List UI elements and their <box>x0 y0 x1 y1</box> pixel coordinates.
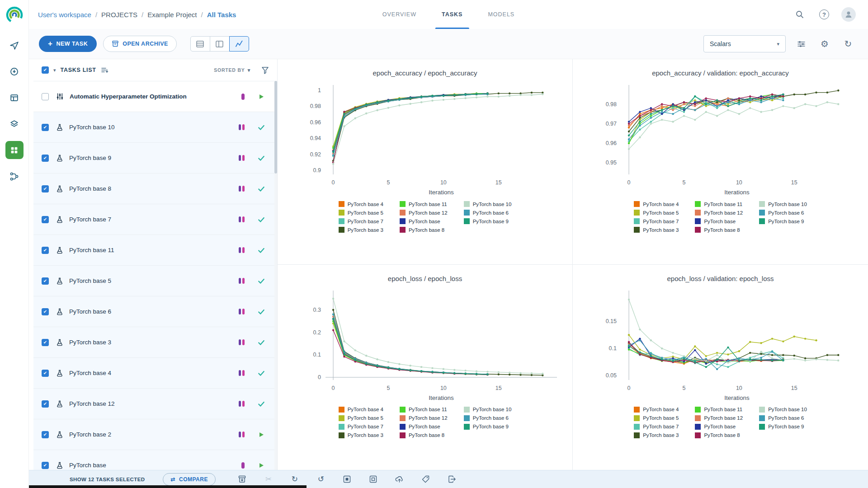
breadcrumb-projects[interactable]: PROJECTS <box>101 11 137 19</box>
legend-item[interactable]: PyTorch base 10 <box>759 201 807 207</box>
nav-projects[interactable] <box>5 141 24 159</box>
archive-action-button[interactable] <box>237 474 247 484</box>
clone-action-button[interactable]: ↻ <box>290 474 300 484</box>
publish-action-button[interactable] <box>395 474 405 484</box>
breadcrumb-current[interactable]: All Tasks <box>207 11 236 19</box>
legend-item[interactable]: PyTorch base 12 <box>695 210 743 216</box>
nav-pipelines[interactable] <box>5 167 24 185</box>
legend-item[interactable]: PyTorch base 10 <box>759 407 807 413</box>
task-checkbox[interactable] <box>42 431 49 438</box>
tab-tasks[interactable]: TASKS <box>429 0 475 29</box>
select-all-checkbox[interactable] <box>42 66 49 74</box>
sorted-by[interactable]: SORTED BY ▾ <box>214 67 250 73</box>
task-checkbox[interactable] <box>42 124 49 131</box>
chart-view-button[interactable] <box>229 36 249 52</box>
task-checkbox[interactable] <box>42 308 49 315</box>
nav-getting-started[interactable] <box>5 36 24 54</box>
selected-count-text[interactable]: SHOW 12 TASKS SELECTED <box>70 477 145 482</box>
search-button[interactable] <box>792 7 807 22</box>
chart-plot[interactable]: 0.050.10.15051015Iterations <box>576 287 865 404</box>
metric-view-select[interactable]: Scalars ▾ <box>703 35 786 52</box>
legend-item[interactable]: PyTorch base 7 <box>339 218 383 224</box>
legend-item[interactable]: PyTorch base 6 <box>464 210 512 216</box>
task-checkbox[interactable] <box>42 400 49 408</box>
legend-item[interactable]: PyTorch base 9 <box>464 424 512 430</box>
legend-item[interactable]: PyTorch base 10 <box>464 201 512 207</box>
task-row[interactable]: PyTorch base 12 <box>33 388 277 419</box>
task-name[interactable]: PyTorch base 3 <box>69 339 111 346</box>
task-row[interactable]: PyTorch base 6 <box>33 296 277 327</box>
breadcrumb-workspace[interactable]: User's workspace <box>38 11 91 19</box>
legend-item[interactable]: PyTorch base 7 <box>339 424 383 430</box>
task-checkbox[interactable] <box>42 370 49 377</box>
task-row[interactable]: PyTorch base 9 <box>33 142 277 173</box>
legend-item[interactable]: PyTorch base 8 <box>695 432 743 438</box>
legend-item[interactable]: PyTorch base 5 <box>339 415 383 421</box>
table-view-button[interactable] <box>190 36 210 52</box>
cut-action-button[interactable]: ✂ <box>264 474 274 484</box>
tasks-scrollbar[interactable] <box>274 81 277 470</box>
clearml-logo[interactable] <box>5 5 24 24</box>
task-name[interactable]: PyTorch base 12 <box>69 400 115 407</box>
task-checkbox[interactable] <box>42 247 49 254</box>
scrollbar-thumb[interactable] <box>274 81 277 174</box>
task-checkbox[interactable] <box>42 216 49 223</box>
task-name[interactable]: PyTorch base 8 <box>69 185 111 192</box>
task-name[interactable]: PyTorch base 10 <box>69 124 115 131</box>
chart-plot[interactable]: 00.10.20.3051015Iterations <box>280 287 570 404</box>
legend-item[interactable]: PyTorch base 6 <box>759 415 807 421</box>
task-name[interactable]: PyTorch base 9 <box>69 155 111 161</box>
legend-item[interactable]: PyTorch base 4 <box>339 407 383 413</box>
legend-item[interactable]: PyTorch base 9 <box>464 218 512 224</box>
task-row[interactable]: PyTorch base 5 <box>33 265 277 296</box>
filter-icon[interactable] <box>261 66 269 74</box>
task-row[interactable]: PyTorch base 3 <box>33 327 277 357</box>
legend-item[interactable]: PyTorch base 12 <box>400 210 448 216</box>
task-checkbox[interactable] <box>42 185 49 192</box>
task-row[interactable]: Automatic Hyperparameter Optimization <box>33 81 277 112</box>
legend-item[interactable]: PyTorch base <box>400 424 448 430</box>
plot-settings-button[interactable] <box>793 36 809 52</box>
open-archive-button[interactable]: OPEN ARCHIVE <box>103 36 177 52</box>
task-name[interactable]: PyTorch base 5 <box>69 277 111 284</box>
tab-models[interactable]: MODELS <box>475 0 527 29</box>
legend-item[interactable]: PyTorch base <box>695 218 743 224</box>
legend-item[interactable]: PyTorch base 4 <box>634 201 679 207</box>
chart-plot[interactable]: 0.90.920.940.960.981051015Iterations <box>280 81 570 198</box>
tab-overview[interactable]: OVERVIEW <box>370 0 429 29</box>
legend-item[interactable]: PyTorch base <box>400 218 448 224</box>
legend-item[interactable]: PyTorch base 8 <box>400 432 448 438</box>
legend-item[interactable]: PyTorch base 3 <box>634 227 679 233</box>
legend-item[interactable]: PyTorch base 11 <box>400 407 448 413</box>
nav-datasets[interactable] <box>5 62 24 80</box>
task-row[interactable]: PyTorch base 11 <box>33 235 277 265</box>
breadcrumb-project[interactable]: Example Project <box>147 11 197 19</box>
legend-item[interactable]: PyTorch base 7 <box>634 424 679 430</box>
task-row[interactable]: PyTorch base 8 <box>33 173 277 204</box>
legend-item[interactable]: PyTorch base 12 <box>400 415 448 421</box>
legend-item[interactable]: PyTorch base 11 <box>695 201 743 207</box>
settings-button[interactable]: ⚙ <box>816 36 833 52</box>
legend-item[interactable]: PyTorch base 11 <box>695 407 743 413</box>
task-checkbox[interactable] <box>42 462 49 469</box>
task-name[interactable]: PyTorch base <box>69 462 106 469</box>
legend-item[interactable]: PyTorch base 9 <box>759 218 807 224</box>
task-name[interactable]: PyTorch base 7 <box>69 216 111 223</box>
task-row[interactable]: PyTorch base 4 <box>33 357 277 388</box>
task-name[interactable]: PyTorch base 6 <box>69 308 111 315</box>
auto-refresh-button[interactable]: ↻ <box>840 36 856 52</box>
new-task-button[interactable]: + NEW TASK <box>39 36 97 52</box>
chevron-down-icon[interactable]: ▾ <box>53 67 56 73</box>
details-view-button[interactable] <box>210 36 230 52</box>
task-name[interactable]: PyTorch base 2 <box>69 431 111 438</box>
task-row[interactable]: PyTorch base <box>33 450 277 470</box>
list-options-icon[interactable] <box>101 66 108 74</box>
legend-item[interactable]: PyTorch base 3 <box>634 432 679 438</box>
abort-action-button[interactable] <box>342 474 352 484</box>
task-row[interactable]: PyTorch base 2 <box>33 419 277 450</box>
legend-item[interactable]: PyTorch base 4 <box>339 201 383 207</box>
legend-item[interactable]: PyTorch base 7 <box>634 218 679 224</box>
task-checkbox[interactable] <box>42 277 49 285</box>
nav-archive[interactable] <box>5 115 24 133</box>
task-checkbox[interactable] <box>42 93 49 100</box>
